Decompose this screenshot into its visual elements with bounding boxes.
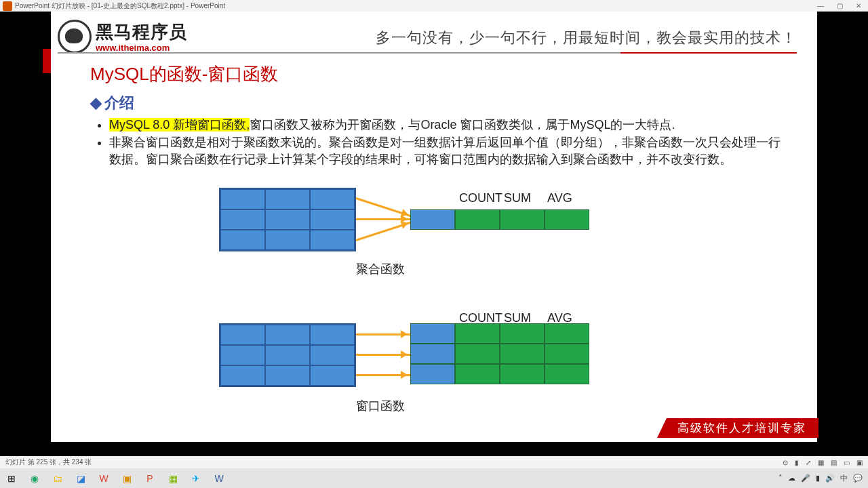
powerpoint-icon bbox=[3, 1, 12, 11]
bullet-2: 非聚合窗口函数是相对于聚函数来说的。聚合函数是对一组数据计算后返回单个值（即分组… bbox=[109, 134, 790, 167]
minimize-button[interactable]: — bbox=[811, 2, 830, 9]
slide-counter: 幻灯片 第 225 张，共 234 张 bbox=[5, 458, 92, 467]
agg-caption: 聚合函数 bbox=[356, 261, 405, 277]
agg-label-sum: SUM bbox=[504, 191, 531, 205]
tray-icon-battery[interactable]: ▮ bbox=[816, 474, 820, 483]
sb-view-slideshow[interactable]: ▣ bbox=[856, 459, 863, 466]
win-label-sum: SUM bbox=[504, 311, 531, 325]
slide: 黑马程序员 www.itheima.com 多一句没有，少一句不行，用最短时间，… bbox=[51, 12, 817, 442]
brand-url: www.itheima.com bbox=[96, 43, 187, 53]
agg-output-row bbox=[410, 209, 589, 230]
agg-label-avg: AVG bbox=[547, 191, 572, 205]
tray-icon-mic[interactable]: 🎤 bbox=[801, 474, 810, 483]
win-output-grid bbox=[410, 323, 589, 384]
sb-view-reading[interactable]: ▭ bbox=[844, 459, 850, 466]
tb-app-icon-2[interactable]: ▣ bbox=[117, 470, 137, 487]
agg-arrow-1 bbox=[356, 197, 412, 217]
win-label-count: COUNT bbox=[459, 311, 502, 325]
tb-app-icon-1[interactable]: ◪ bbox=[71, 470, 91, 487]
agg-input-grid bbox=[219, 188, 356, 251]
win-label-avg: AVG bbox=[547, 311, 572, 325]
start-button[interactable]: ⊞ bbox=[1, 470, 22, 487]
tray-icon-cloud[interactable]: ☁ bbox=[788, 474, 795, 483]
bullet-1-rest: 窗口函数又被称为开窗函数，与Oracle 窗口函数类似，属于MySQL的一大特点… bbox=[250, 118, 675, 131]
slide-ribbon: 高级软件人才培训专家 bbox=[657, 418, 818, 438]
header-rule bbox=[58, 52, 797, 54]
tb-chrome-icon[interactable]: ◉ bbox=[24, 470, 45, 487]
maximize-button[interactable]: ▢ bbox=[830, 2, 849, 9]
brand-name: 黑马程序员 bbox=[96, 20, 187, 44]
close-button[interactable]: ✕ bbox=[849, 2, 868, 9]
tb-powerpoint-icon[interactable]: P bbox=[140, 470, 160, 487]
brand-block: 黑马程序员 www.itheima.com bbox=[58, 20, 187, 54]
win-arrow-2 bbox=[356, 354, 410, 356]
sb-view-sorter[interactable]: ▤ bbox=[831, 459, 837, 466]
win-arrow-1 bbox=[356, 333, 410, 336]
tb-app-icon-4[interactable]: ✈ bbox=[186, 470, 206, 487]
tray-icon-up[interactable]: ˄ bbox=[778, 474, 783, 483]
sb-icon-2[interactable]: ▮ bbox=[795, 459, 799, 466]
bullet-list: MySQL 8.0 新增窗口函数,窗口函数又被称为开窗函数，与Oracle 窗口… bbox=[97, 117, 790, 169]
tb-word-icon[interactable]: W bbox=[209, 470, 229, 487]
window-title: PowerPoint 幻灯片放映 - [01-史上最全的SQL教程2.pptx]… bbox=[15, 1, 225, 11]
win-caption: 窗口函数 bbox=[356, 398, 405, 414]
win-arrow-3 bbox=[356, 374, 410, 376]
tray-icon-notifications[interactable]: 💬 bbox=[853, 474, 863, 483]
agg-arrow-3 bbox=[356, 222, 412, 241]
tb-explorer-icon[interactable]: 🗂 bbox=[47, 470, 68, 487]
bullet-1: MySQL 8.0 新增窗口函数,窗口函数又被称为开窗函数，与Oracle 窗口… bbox=[109, 117, 790, 133]
section-heading: 介绍 bbox=[90, 93, 134, 113]
taskbar: ⊞ ◉ 🗂 ◪ W ▣ P ▦ ✈ W ˄ ☁ 🎤 ▮ 🔊 中 💬 bbox=[0, 468, 868, 488]
win-input-grid bbox=[219, 323, 356, 387]
tb-app-icon-3[interactable]: ▦ bbox=[163, 470, 183, 487]
agg-label-count: COUNT bbox=[459, 191, 502, 205]
slide-title: MySQL的函数-窗口函数 bbox=[90, 62, 278, 86]
sb-icon-3[interactable]: ⤢ bbox=[806, 459, 811, 466]
tb-wps-icon[interactable]: W bbox=[94, 470, 114, 487]
sb-view-normal[interactable]: ▦ bbox=[818, 459, 824, 466]
tray-icon-ime[interactable]: 中 bbox=[840, 473, 848, 483]
window-titlebar: PowerPoint 幻灯片放映 - [01-史上最全的SQL教程2.pptx]… bbox=[0, 0, 868, 12]
side-accent bbox=[43, 49, 51, 73]
status-bar: 幻灯片 第 225 张，共 234 张 ⊙ ▮ ⤢ ▦ ▤ ▭ ▣ bbox=[0, 456, 868, 468]
tray-icon-volume[interactable]: 🔊 bbox=[825, 474, 835, 483]
system-tray: ˄ ☁ 🎤 ▮ 🔊 中 💬 bbox=[773, 473, 868, 483]
bullet-1-highlight: MySQL 8.0 新增窗口函数, bbox=[109, 118, 250, 131]
tagline: 多一句没有，少一句不行，用最短时间，教会最实用的技术！ bbox=[376, 28, 797, 48]
brand-logo-icon bbox=[58, 20, 92, 54]
sb-icon-1[interactable]: ⊙ bbox=[783, 459, 788, 466]
